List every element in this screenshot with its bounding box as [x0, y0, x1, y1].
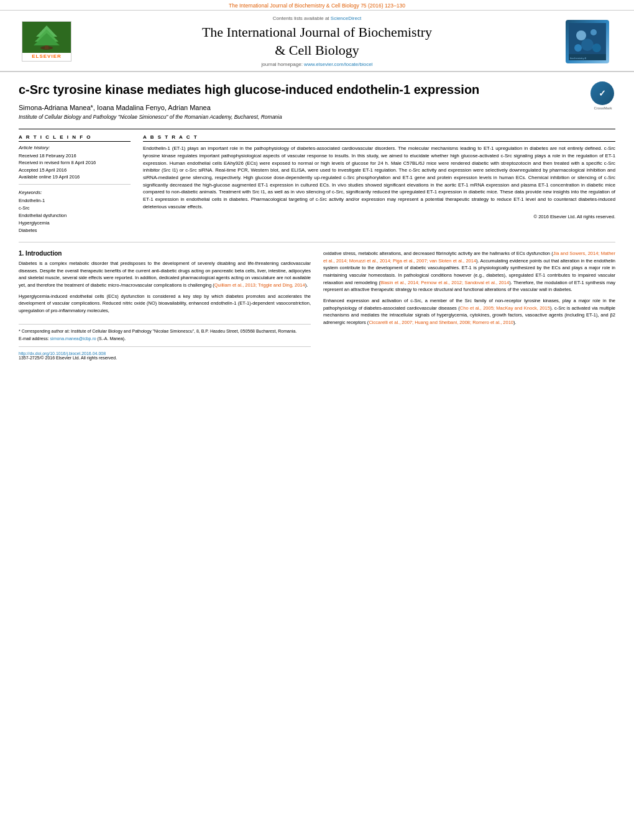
footnote-email: E-mail address: simona.manea@icbp.ro (S.… — [19, 336, 311, 343]
top-journal-bar: The International Journal of Biochemistr… — [0, 0, 634, 11]
abstract-text: Endothelin-1 (ET-1) plays an important r… — [143, 145, 615, 220]
svg-point-7 — [590, 29, 597, 35]
crossmark-badge: ✓ CrossMark — [590, 81, 615, 106]
citation-jia: Jia and Sowers, 2014; — [553, 251, 600, 256]
elsevier-logo-container: ELSEVIER — [19, 21, 75, 62]
article-footer: * Corresponding author at: Institute of … — [19, 324, 311, 360]
article-authors: Simona-Adriana Manea*, Ioana Madalina Fe… — [19, 104, 581, 111]
crossmark-label: CrossMark — [590, 106, 615, 110]
accepted-date: Accepted 15 April 2016 — [19, 167, 131, 173]
elsevier-box: ELSEVIER — [22, 21, 71, 62]
citation-quilliam: Quilliam et al., 2013; Triggle and Ding,… — [214, 282, 305, 288]
doi-text: http://dx.doi.org/10.1016/j.biocel.2016.… — [19, 351, 311, 356]
sciencedirect-link[interactable]: ScienceDirect — [331, 16, 361, 21]
keyword-5: Diabetes — [19, 227, 131, 234]
tree-svg — [30, 24, 64, 50]
svg-point-6 — [576, 30, 586, 40]
journal-title-header: The International Journal of Biochemistr… — [87, 24, 547, 59]
citation-blasin: Blasin et al., 2014; Pernow et al., 2012… — [380, 280, 509, 285]
keyword-4: Hyperglycemia — [19, 219, 131, 227]
header-section: ELSEVIER Contents lists available at Sci… — [0, 11, 634, 72]
journal-icon-inner: biochemistry & — [569, 23, 606, 60]
article-affiliation: Institute of Cellular Biology and Pathol… — [19, 114, 581, 120]
email-link[interactable]: simona.manea@icbp.ro — [50, 336, 96, 341]
citation-vansloten: van Sloten et al., 2014 — [430, 258, 476, 264]
article-history-label: Article history: — [19, 145, 131, 150]
journal-icon-container: biochemistry & — [559, 20, 615, 63]
body-para4: Enhanced expression and activation of c-… — [323, 297, 615, 326]
body-right-col: oxidative stress, metabolic alterations,… — [323, 250, 615, 359]
article-container: c-Src tyrosine kinase mediates high gluc… — [0, 72, 634, 366]
body-para2: Hyperglycemia-induced endothelial cells … — [19, 293, 311, 315]
footnote-corresponding: * Corresponding author at: Institute of … — [19, 328, 311, 335]
contents-available: Contents lists available at ScienceDirec… — [87, 16, 547, 21]
received-date: Received 18 February 2016 — [19, 152, 131, 159]
svg-point-9 — [592, 44, 601, 52]
journal-homepage: journal homepage: www.elsevier.com/locat… — [87, 62, 547, 67]
received-revised-date: Received in revised form 8 April 2016 — [19, 159, 131, 166]
crossmark-icon: ✓ — [590, 81, 614, 105]
keywords-label: Keywords: — [19, 190, 131, 195]
keyword-2: c-Src — [19, 205, 131, 212]
elsevier-label: ELSEVIER — [22, 53, 71, 60]
keyword-3: Endothelial dysfunction — [19, 212, 131, 219]
article-info-label: A R T I C L E I N F O — [19, 134, 131, 142]
issn-text: 1357-2725/© 2016 Elsevier Ltd. All right… — [19, 356, 311, 360]
abstract-label: A B S T R A C T — [143, 134, 615, 142]
header-center: Contents lists available at ScienceDirec… — [75, 16, 559, 67]
body-para1: Diabetes is a complex metabolic disorder… — [19, 260, 311, 289]
section-divider — [19, 242, 615, 242]
journal-cover-svg: biochemistry & — [569, 23, 606, 60]
available-date: Available online 19 April 2016 — [19, 173, 131, 180]
citation-moruzzi: Moruzzi et al., 2014; — [349, 258, 392, 264]
article-main-title: c-Src tyrosine kinase mediates high gluc… — [19, 81, 581, 98]
citation-ciccarelli: Ciccarelli et al., 2007; Huang and Sheib… — [369, 320, 513, 325]
citation-cho: Cho et al., 2005; MacKay and Knock, 2015 — [460, 305, 550, 311]
tree-graphic — [22, 22, 71, 53]
two-column-info: A R T I C L E I N F O Article history: R… — [19, 134, 615, 234]
article-title-text: c-Src tyrosine kinase mediates high gluc… — [19, 81, 581, 124]
keyword-1: Endothelin-1 — [19, 197, 131, 205]
body-two-col: 1. Introduction Diabetes is a complex me… — [19, 250, 615, 359]
article-title-section: c-Src tyrosine kinase mediates high gluc… — [19, 81, 615, 129]
copyright: © 2016 Elsevier Ltd. All rights reserved… — [143, 213, 615, 220]
svg-point-8 — [574, 44, 582, 52]
journal-citation-link[interactable]: The International Journal of Biochemistr… — [229, 2, 405, 9]
svg-point-10 — [581, 39, 594, 51]
section1-heading: 1. Introduction — [19, 250, 311, 257]
body-para3: oxidative stress, metabolic alterations,… — [323, 250, 615, 293]
article-info-col: A R T I C L E I N F O Article history: R… — [19, 134, 131, 234]
svg-text:biochemistry &: biochemistry & — [570, 57, 587, 60]
citation-piga: Piga et al., 2007; — [393, 258, 428, 264]
journal-icon: biochemistry & — [566, 20, 609, 63]
page-container: The International Journal of Biochemistr… — [0, 0, 634, 840]
abstract-col: A B S T R A C T Endothelin-1 (ET-1) play… — [143, 134, 615, 234]
homepage-link[interactable]: www.elsevier.com/locate/biocel — [304, 62, 372, 67]
body-left-col: 1. Introduction Diabetes is a complex me… — [19, 250, 311, 359]
